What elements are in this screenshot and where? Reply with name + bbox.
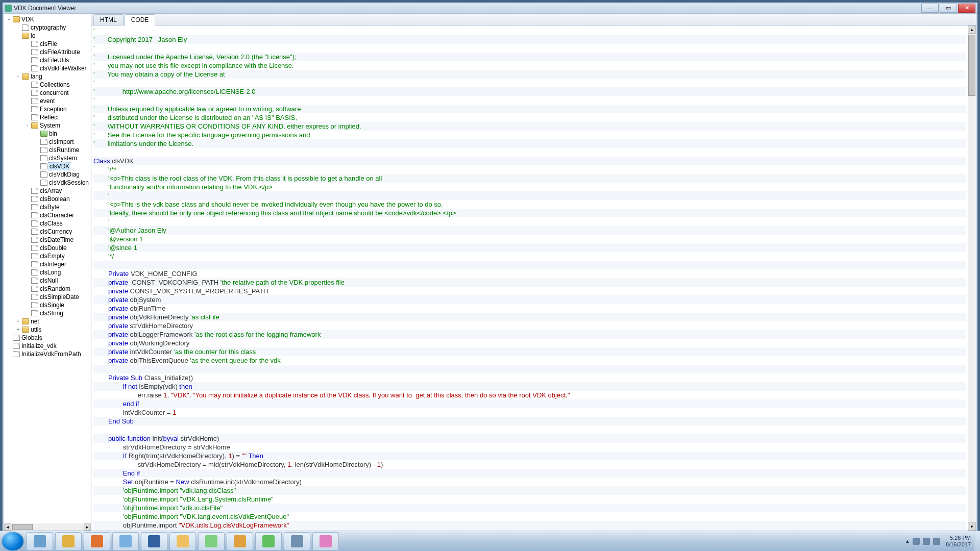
titlebar[interactable]: VDK Document Viewer — ▭ ✕: [3, 3, 977, 14]
tree-toggle-icon[interactable]: +: [15, 319, 21, 324]
tree-item-lang[interactable]: -lang: [4, 72, 91, 81]
tree-item-clsvdksession[interactable]: clsVdkSession: [4, 179, 91, 187]
tray-volume-icon[interactable]: [933, 538, 940, 545]
taskbar-firefox-icon[interactable]: [84, 532, 110, 550]
tree-item-system[interactable]: -System: [4, 121, 91, 130]
code-line: ' limitations under the License.: [93, 139, 966, 148]
tree-item-clsbyte[interactable]: clsByte: [4, 203, 91, 211]
tab-code[interactable]: CODE: [125, 14, 156, 26]
tree-item-clssystem[interactable]: clsSystem: [4, 154, 91, 162]
tab-html[interactable]: HTML: [93, 14, 124, 25]
tree-toggle-icon[interactable]: -: [24, 123, 30, 129]
tree-item-clsvdk[interactable]: clsVDK: [4, 162, 91, 170]
tree-item-clsboolean[interactable]: clsBoolean: [4, 195, 91, 203]
taskbar-vbox-icon[interactable]: [141, 532, 167, 550]
code-line: ': [93, 44, 966, 53]
scroll-thumb[interactable]: [12, 524, 33, 530]
code-line: ': [93, 191, 966, 200]
show-desktop-button[interactable]: [974, 531, 980, 552]
tree-toggle-icon[interactable]: -: [15, 33, 21, 39]
clock[interactable]: 5:26 PM 8/16/2017: [946, 535, 971, 548]
tree-item-clslong[interactable]: clsLong: [4, 268, 91, 277]
tree-item-clsruntime[interactable]: clsRuntime: [4, 146, 91, 154]
tree-item-utils[interactable]: +utils: [4, 325, 91, 334]
tree-item-clsfile[interactable]: clsFile: [4, 40, 91, 48]
code-editor[interactable]: '' Copyright 2017 Jason Ely'' Licensed u…: [91, 26, 968, 531]
tree-item-globals[interactable]: Globals: [4, 334, 91, 342]
clock-date: 8/16/2017: [946, 541, 971, 548]
vertical-scrollbar[interactable]: ▲ ▼: [968, 26, 976, 531]
tree-item-reflect[interactable]: Reflect: [4, 113, 91, 121]
tree-item-clsarray[interactable]: clsArray: [4, 187, 91, 195]
tree-item-concurrent[interactable]: concurrent: [4, 89, 91, 97]
taskbar-diamond-icon[interactable]: [198, 532, 225, 550]
tree-item-clsstring[interactable]: clsString: [4, 309, 91, 317]
taskbar-chart-icon[interactable]: [255, 532, 282, 550]
maximize-button[interactable]: ▭: [940, 4, 957, 13]
tree-item-clssingle[interactable]: clsSingle: [4, 301, 91, 309]
tree-item-clscurrency[interactable]: clsCurrency: [4, 228, 91, 236]
system-tray[interactable]: ▴ 5:26 PM 8/16/2017: [903, 535, 974, 548]
code-line: [93, 365, 966, 373]
tree-item-clsvdkfilewalker[interactable]: clsVdkFileWalker: [4, 64, 91, 72]
tree-item-exception[interactable]: Exception: [4, 105, 91, 113]
tree-item-clsempty[interactable]: clsEmpty: [4, 252, 91, 260]
tree-horizontal-scrollbar[interactable]: ◄ ►: [4, 523, 91, 531]
folder-icon: [22, 73, 29, 80]
tree-item-clsclass[interactable]: clsClass: [4, 219, 91, 228]
tree-toggle-icon[interactable]: -: [15, 74, 21, 80]
tray-flag-icon[interactable]: [913, 538, 920, 545]
taskbar[interactable]: ▴ 5:26 PM 8/16/2017: [0, 531, 980, 551]
tree-item-clsfileattribute[interactable]: clsFileAttribute: [4, 48, 91, 56]
tree-item-net[interactable]: +net: [4, 317, 91, 325]
tray-network-icon[interactable]: [923, 538, 930, 545]
taskbar-cube-icon[interactable]: [27, 532, 53, 550]
taskbar-calc-icon[interactable]: [227, 532, 253, 550]
scroll-thumb[interactable]: [968, 35, 975, 96]
tree-item-collections[interactable]: Collections: [4, 81, 91, 89]
taskbar-explorer-icon[interactable]: [112, 532, 139, 550]
scroll-down-icon[interactable]: ▼: [968, 522, 976, 531]
tree-toggle-icon[interactable]: +: [15, 327, 21, 333]
taskbar-gear-icon[interactable]: [284, 532, 310, 550]
taskbar-paint-icon[interactable]: [312, 532, 339, 550]
tree-item-label: clsFileAttribute: [39, 48, 81, 56]
code-line: ' See the License for the specific langu…: [93, 131, 966, 139]
main-pane: HTML CODE '' Copyright 2017 Jason Ely'' …: [91, 14, 976, 531]
tabbar: HTML CODE: [91, 14, 976, 26]
taskbar-winamp-icon[interactable]: [55, 532, 82, 550]
close-button[interactable]: ✕: [958, 4, 975, 13]
code-line: private objVdkHomeDirecty 'as clsFile: [93, 313, 966, 321]
scroll-left-icon[interactable]: ◄: [4, 523, 11, 531]
scroll-track[interactable]: [968, 34, 976, 522]
tree-item-clsvdkdiag[interactable]: clsVdkDiag: [4, 170, 91, 179]
tree-item-cryptography[interactable]: cryptography: [4, 23, 91, 32]
tree-item-clsfileutils[interactable]: clsFileUtils: [4, 56, 91, 64]
start-button[interactable]: [2, 532, 23, 550]
scroll-right-icon[interactable]: ►: [84, 523, 91, 531]
tree-item-vdk[interactable]: -VDK: [4, 15, 91, 23]
taskbar-folder-icon[interactable]: [169, 532, 196, 550]
tree-item-bin[interactable]: bin: [4, 130, 91, 138]
winamp-icon: [62, 535, 75, 547]
tree-item-clsinteger[interactable]: clsInteger: [4, 260, 91, 268]
tree-item-event[interactable]: event: [4, 97, 91, 105]
tree-item-initializevdkfrompath[interactable]: InitializeVdkFromPath: [4, 350, 91, 358]
tree-item-clsimport[interactable]: clsImport: [4, 138, 91, 146]
tree-item-clsdouble[interactable]: clsDouble: [4, 244, 91, 252]
tree-item-clscharacter[interactable]: clsCharacter: [4, 211, 91, 219]
tree-item-clsdatetime[interactable]: clsDateTime: [4, 236, 91, 244]
scroll-track[interactable]: [11, 523, 84, 531]
tree-item-clsnull[interactable]: clsNull: [4, 277, 91, 285]
minimize-button[interactable]: —: [921, 4, 939, 13]
tree-toggle-icon[interactable]: -: [6, 17, 12, 22]
scroll-up-icon[interactable]: ▲: [968, 26, 976, 34]
tree-item-label: Initialize_vdk: [21, 342, 57, 349]
code-line: private objSystem: [93, 295, 966, 304]
tree-item-clsrandom[interactable]: clsRandom: [4, 285, 91, 293]
tray-chevron-icon[interactable]: ▴: [906, 538, 909, 544]
tree-item-initialize-vdk[interactable]: Initialize_vdk: [4, 342, 91, 350]
tree-body[interactable]: -VDK cryptography-io clsFile clsFileAttr…: [4, 14, 91, 523]
tree-item-io[interactable]: -io: [4, 32, 91, 40]
tree-item-clssimpledate[interactable]: clsSimpleDate: [4, 293, 91, 301]
